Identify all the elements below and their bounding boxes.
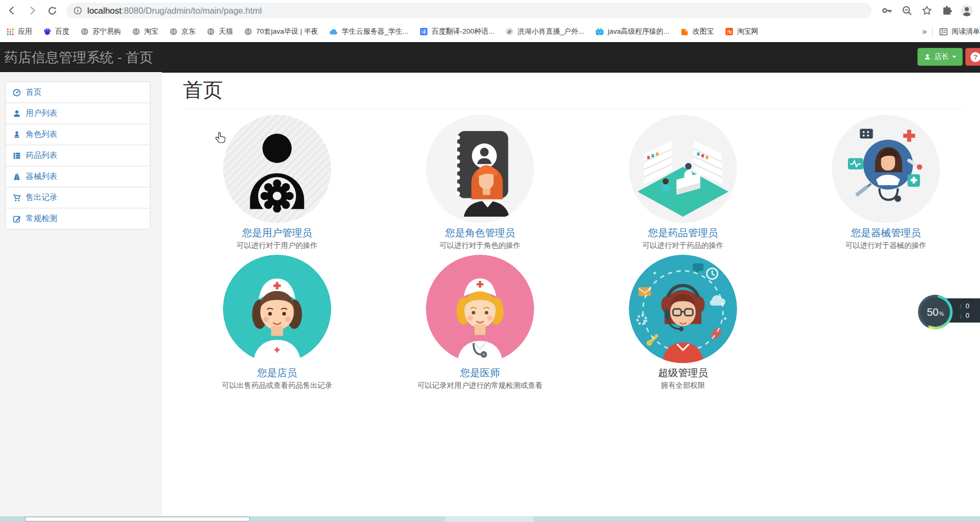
zoom-out-icon[interactable] [897, 3, 917, 18]
bookmark-item[interactable]: 百度 [43, 27, 69, 36]
help-button[interactable]: ? [965, 48, 980, 66]
role-card-user-admin: 您是用户管理员 可以进行对于用户的操作 [176, 115, 379, 250]
bookmark-star-icon[interactable] [917, 3, 937, 18]
sidebar-item-label: 器械列表 [26, 172, 57, 182]
horizontal-scrollbar[interactable] [0, 516, 980, 522]
translate-icon: 译 [420, 27, 428, 36]
dashboard-gauge-icon [13, 88, 21, 97]
bookmark-item[interactable]: 洪湖小肖直播_户外... [505, 27, 584, 36]
sidebar-item-sales[interactable]: 售出记录 [6, 187, 150, 208]
url-text[interactable]: localhost:8080/Drug/admin/to/main/page.h… [87, 6, 262, 16]
baidu-paw-icon [43, 27, 52, 36]
bookmarks-bar: 应用 百度 苏宁易购 淘宝 京东 天猫 70套java毕设 | 半夜 学生云服务… [0, 21, 980, 42]
browser-toolbar: localhost:8080/Drug/admin/to/main/page.h… [0, 0, 980, 21]
bookmark-label: 苏宁易购 [93, 27, 121, 36]
role-card-subtitle: 可以进行对于药品的操作 [581, 241, 784, 250]
reading-list-button[interactable]: 阅读清单 [939, 27, 980, 36]
role-card-subtitle: 可以进行对于用户的操作 [176, 241, 379, 250]
sidebar-item-roles[interactable]: 角色列表 [6, 124, 150, 145]
bookmark-item[interactable]: 天猫 [207, 27, 233, 36]
pharmacy-store-illustration [629, 115, 737, 223]
role-card-device-admin: 您是器械管理员 可以进行对于器械的操作 [784, 115, 980, 250]
globe-icon [244, 27, 252, 36]
bird-photo-icon [505, 27, 514, 36]
bookmark-label: 70套java毕设 | 半夜 [256, 27, 318, 36]
th-list-icon [13, 152, 21, 160]
bookmark-item[interactable]: 译 百度翻译-200种语... [420, 27, 494, 36]
chevron-down-icon [952, 56, 956, 58]
user-icon [13, 109, 21, 118]
forward-icon[interactable] [24, 3, 40, 18]
bookmark-label: 京东 [181, 27, 196, 36]
profile-avatar-icon[interactable] [957, 3, 977, 18]
bookmark-item[interactable]: 改图宝 [680, 27, 714, 36]
percent-gauge[interactable]: 50 % [918, 295, 953, 329]
scrollbar-thumb[interactable] [25, 517, 250, 521]
reload-icon[interactable] [44, 3, 60, 18]
url-path: :8080/Drug/admin/to/main/page.html [121, 6, 262, 15]
bookmark-item[interactable]: 学生云服务器_学生... [329, 27, 409, 36]
url-bar[interactable]: localhost:8080/Drug/admin/to/main/page.h… [66, 3, 872, 18]
sidebar-item-devices[interactable]: 器械列表 [6, 166, 150, 187]
user-menu-button[interactable]: 店长 [917, 48, 963, 66]
medical-devices-illustration [832, 115, 940, 223]
bookmark-label: 百度 [55, 27, 69, 36]
bookmark-item[interactable]: 京东 [169, 27, 196, 36]
bookmark-item[interactable]: 淘宝 [132, 27, 158, 36]
bookmark-label: 学生云服务器_学生... [342, 27, 409, 36]
extensions-puzzle-icon[interactable] [937, 3, 957, 18]
download-row: ↓ 0 [959, 312, 980, 319]
bookmark-label: 淘宝网 [737, 27, 759, 36]
bookmark-item[interactable]: 淘 淘宝网 [725, 27, 759, 36]
edit-square-icon [13, 215, 21, 223]
bookmark-label: 百度翻译-200种语... [432, 27, 494, 36]
doctor-pink-illustration [426, 255, 534, 363]
role-card-super-admin: 超级管理员 拥有全部权限 [581, 255, 784, 390]
role-card-link[interactable]: 您是角色管理员 [379, 227, 581, 239]
role-card-link[interactable]: 您是用户管理员 [176, 227, 379, 239]
page-title-divider [183, 108, 964, 109]
sidebar-item-drugs[interactable]: 药品列表 [6, 145, 150, 166]
info-icon[interactable] [74, 6, 82, 15]
support-admin-illustration [629, 255, 737, 363]
question-icon: ? [971, 52, 980, 62]
sidebar-item-users[interactable]: 用户列表 [6, 103, 150, 124]
role-card-link[interactable]: 您是器械管理员 [784, 227, 980, 239]
percent-gauge-face: 50 % [921, 297, 950, 327]
arrow-down-icon: ↓ [959, 312, 963, 319]
bookmarks-overflow-chevron[interactable]: » [922, 26, 927, 37]
sidebar-item-label: 售出记录 [26, 193, 57, 203]
password-key-icon[interactable] [877, 3, 897, 18]
role-card-link[interactable]: 您是店员 [176, 367, 379, 379]
tv-robot-icon [595, 27, 604, 36]
back-icon[interactable] [4, 3, 20, 18]
bookmark-item[interactable]: 应用 [6, 27, 32, 36]
bookmark-label: 改图宝 [692, 27, 714, 36]
role-card-subtitle: 可以记录对用户进行的常规检测或查看 [379, 381, 581, 390]
bookmark-label: java高级程序猿的... [608, 27, 669, 36]
sidebar-item-checks[interactable]: 常规检测 [6, 208, 150, 229]
svg-text:淘: 淘 [727, 29, 732, 35]
role-card-physician: 您是医师 可以记录对用户进行的常规检测或查看 [379, 255, 581, 390]
sidebar-item-label: 角色列表 [26, 129, 57, 139]
role-card-drug-admin: 您是药品管理员 可以进行对于药品的操作 [581, 115, 784, 250]
bookmark-item[interactable]: java高级程序猿的... [595, 27, 669, 36]
bookmark-item[interactable]: 苏宁易购 [80, 27, 121, 36]
globe-icon [80, 27, 89, 36]
sidebar-item-label: 用户列表 [26, 108, 57, 118]
role-card-subtitle: 可以进行对于器械的操作 [784, 241, 980, 250]
globe-icon [207, 27, 215, 36]
role-card-title: 超级管理员 [581, 367, 784, 379]
shopping-cart-icon [13, 194, 21, 202]
download-value: 0 [966, 312, 969, 319]
user-menu-label: 店长 [934, 52, 949, 62]
role-card-link[interactable]: 您是药品管理员 [581, 227, 784, 239]
user-icon [924, 53, 931, 61]
role-card-link[interactable]: 您是医师 [379, 367, 581, 379]
sidebar-item-home[interactable]: 首页 [6, 82, 150, 103]
apps-grid-icon [6, 28, 14, 36]
bookmark-item[interactable]: 70套java毕设 | 半夜 [244, 27, 318, 36]
reading-list-icon [939, 27, 948, 36]
role-card-subtitle: 可以进行对于角色的操作 [379, 241, 581, 250]
role-card-clerk: 您是店员 可以出售药品或查看药品售出记录 [176, 255, 379, 390]
